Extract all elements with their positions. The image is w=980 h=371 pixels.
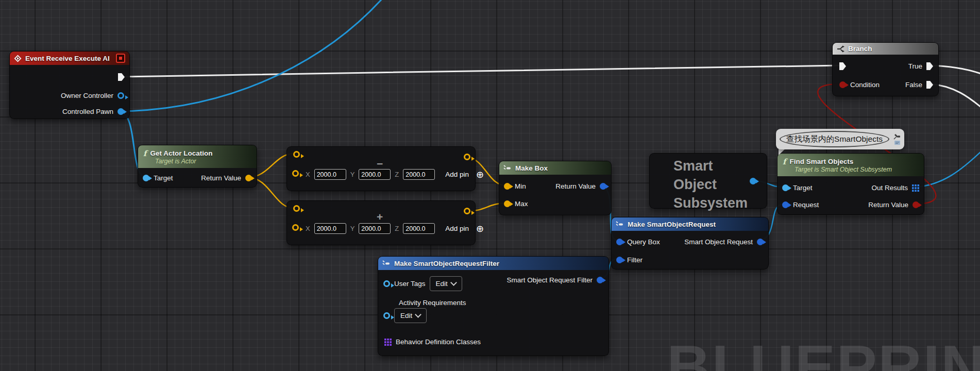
x-label: X bbox=[306, 225, 310, 232]
comment-detail-icon bbox=[894, 141, 900, 145]
pushpin-icon[interactable] bbox=[893, 133, 901, 140]
gal-return-label: Return Value bbox=[201, 174, 241, 182]
user-tags-edit-dropdown[interactable]: Edit bbox=[430, 276, 462, 291]
subtract-input-a-pin[interactable] bbox=[293, 151, 300, 158]
subtract-y-input[interactable] bbox=[359, 169, 391, 180]
z-label: Z bbox=[395, 225, 399, 232]
subsystem-output-pin[interactable] bbox=[750, 178, 756, 184]
wire-outresults-right bbox=[915, 151, 980, 187]
blueprint-graph-canvas[interactable]: BLUEPRINT Event Receive Execute AI bbox=[0, 0, 980, 371]
make-box-max-pin[interactable] bbox=[504, 200, 511, 207]
branch-false-pin[interactable] bbox=[926, 81, 933, 89]
add-input-b-pin[interactable] bbox=[292, 224, 299, 231]
node-event-receive-execute-ai[interactable]: Event Receive Execute AI Owner Controlle… bbox=[9, 51, 130, 119]
subtract-add-pin-label[interactable]: Add pin bbox=[445, 171, 469, 178]
node-smart-object-subsystem[interactable]: Smart Object Subsystem bbox=[649, 153, 767, 209]
node-vector-add[interactable]: + X Y Z Add pin ⊕ bbox=[286, 200, 476, 245]
subtract-input-b-pin[interactable] bbox=[292, 170, 299, 177]
query-box-pin[interactable] bbox=[616, 239, 623, 245]
activity-requirements-edit-dropdown[interactable]: Edit bbox=[394, 308, 427, 323]
sorf-out-pin[interactable] bbox=[597, 277, 603, 283]
find-smart-objects-title: Find Smart Objects bbox=[789, 158, 853, 165]
branch-true-pin[interactable] bbox=[926, 62, 933, 70]
user-tags-pin[interactable] bbox=[383, 280, 390, 287]
event-exec-out-pin[interactable] bbox=[118, 73, 125, 81]
behavior-classes-array-pin[interactable] bbox=[384, 339, 392, 346]
filter-pin[interactable] bbox=[616, 257, 623, 263]
event-node-header[interactable]: Event Receive Execute AI bbox=[10, 52, 129, 65]
find-smart-objects-header[interactable]: f Find Smart Objects Target is Smart Obj… bbox=[778, 154, 924, 176]
sor-out-label: Smart Object Request bbox=[684, 238, 753, 246]
branch-header[interactable]: Branch bbox=[833, 43, 938, 55]
make-box-return-pin[interactable] bbox=[600, 183, 606, 190]
node-get-actor-location[interactable]: f Get Actor Location Target is Actor Tar… bbox=[138, 145, 257, 188]
y-label: Y bbox=[350, 225, 355, 232]
node-vector-subtract[interactable]: − X Y Z Add pin ⊕ bbox=[286, 146, 476, 191]
subtract-add-pin-icon[interactable]: ⊕ bbox=[476, 170, 484, 179]
activity-requirements-label: Activity Requirements bbox=[399, 299, 466, 307]
get-actor-location-subtitle: Target is Actor bbox=[155, 158, 196, 165]
node-branch[interactable]: Branch True Condition False bbox=[832, 42, 939, 96]
gal-target-label: Target bbox=[154, 174, 173, 182]
filter-label: Filter bbox=[627, 256, 643, 264]
make-box-return-label: Return Value bbox=[555, 182, 596, 190]
activity-requirements-pin[interactable] bbox=[383, 312, 390, 319]
add-operator-icon: + bbox=[377, 211, 383, 222]
node-make-smartobjectrequestfilter[interactable]: Make SmartObjectRequestFilter User Tags … bbox=[378, 256, 609, 356]
make-sor-header[interactable]: Make SmartObjectRequest bbox=[612, 217, 768, 231]
owner-controller-pin[interactable] bbox=[117, 92, 124, 99]
subtract-z-input[interactable] bbox=[403, 169, 435, 180]
owner-controller-label: Owner Controller bbox=[61, 92, 113, 99]
make-box-title: Make Box bbox=[515, 164, 548, 172]
add-add-pin-icon[interactable]: ⊕ bbox=[476, 224, 484, 233]
branch-exec-in-pin[interactable] bbox=[839, 62, 846, 70]
y-label: Y bbox=[350, 171, 355, 178]
fso-request-label: Request bbox=[793, 201, 819, 209]
gal-return-pin[interactable] bbox=[245, 175, 252, 181]
controlled-pawn-pin[interactable] bbox=[117, 108, 124, 115]
branch-icon bbox=[837, 45, 844, 53]
subtract-output-pin[interactable] bbox=[464, 154, 470, 160]
out-results-array-pin[interactable] bbox=[912, 184, 919, 192]
wire-controlled-pawn-up bbox=[120, 0, 384, 111]
subtract-x-input[interactable] bbox=[314, 169, 346, 180]
chevron-down-icon bbox=[415, 311, 421, 318]
sorf-out-label: Smart Object Request Filter bbox=[506, 276, 593, 284]
add-output-pin[interactable] bbox=[464, 208, 470, 214]
add-input-a-pin[interactable] bbox=[293, 205, 300, 212]
make-sor-title: Make SmartObjectRequest bbox=[628, 221, 716, 228]
get-actor-location-title: Get Actor Location bbox=[150, 149, 212, 157]
find-smart-objects-subtitle: Target is Smart Object Subsystem bbox=[795, 166, 892, 173]
node-find-smart-objects[interactable]: f Find Smart Objects Target is Smart Obj… bbox=[777, 153, 924, 215]
gal-target-pin[interactable] bbox=[143, 175, 149, 181]
make-struct-icon bbox=[616, 221, 624, 227]
function-f-icon: f bbox=[783, 157, 786, 166]
event-stop-icon[interactable] bbox=[116, 54, 125, 63]
chevron-down-icon bbox=[450, 279, 457, 286]
fso-target-pin[interactable] bbox=[782, 184, 789, 191]
node-make-box[interactable]: Make Box Min Max Return Value bbox=[499, 161, 612, 215]
smart-object-subsystem-label: Smart Object Subsystem bbox=[673, 157, 756, 212]
add-x-input[interactable] bbox=[314, 223, 346, 234]
add-y-input[interactable] bbox=[359, 223, 391, 234]
fso-return-pin[interactable] bbox=[913, 201, 919, 208]
comment-bubble[interactable]: 查找场景内的SmartObjects bbox=[776, 129, 904, 149]
sor-out-pin[interactable] bbox=[757, 239, 764, 245]
get-actor-location-header[interactable]: f Get Actor Location Target is Actor bbox=[138, 145, 257, 168]
query-box-label: Query Box bbox=[627, 238, 660, 246]
branch-false-label: False bbox=[905, 81, 922, 89]
make-struct-icon bbox=[382, 260, 391, 266]
make-box-max-label: Max bbox=[515, 200, 528, 208]
event-node-title: Event Receive Execute AI bbox=[25, 55, 110, 62]
make-box-header[interactable]: Make Box bbox=[499, 161, 611, 175]
subtract-operator-icon: − bbox=[377, 158, 383, 169]
make-sorf-header[interactable]: Make SmartObjectRequestFilter bbox=[378, 257, 609, 270]
node-make-smartobjectrequest[interactable]: Make SmartObjectRequest Query Box Filter… bbox=[611, 217, 769, 269]
fso-target-label: Target bbox=[793, 184, 813, 192]
activity-edit-label: Edit bbox=[400, 312, 412, 319]
add-z-input[interactable] bbox=[403, 223, 435, 234]
add-add-pin-label[interactable]: Add pin bbox=[445, 225, 469, 232]
branch-condition-pin[interactable] bbox=[839, 81, 846, 88]
make-box-min-pin[interactable] bbox=[504, 183, 511, 190]
fso-request-pin[interactable] bbox=[782, 201, 789, 208]
